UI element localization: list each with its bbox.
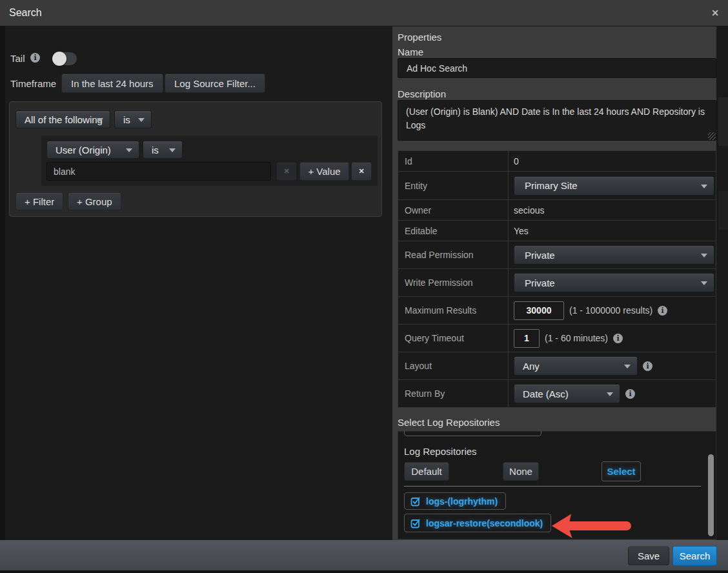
chevron-down-icon [138, 118, 145, 122]
checkbox-checked-icon [410, 518, 421, 528]
chevron-down-icon [624, 365, 631, 368]
query-timeout-info-icon[interactable]: i [613, 334, 623, 343]
chevron-down-icon [701, 281, 707, 285]
repository-label: logs-(logrhythm) [426, 496, 498, 507]
dialog-footer [0, 540, 728, 570]
owner-value: secious [514, 205, 544, 216]
checkbox-checked-icon [410, 496, 421, 507]
editable-value: Yes [514, 226, 529, 236]
entity-label: Entity [398, 172, 509, 199]
timeframe-label: Timeframe [10, 78, 56, 89]
chevron-down-icon [607, 392, 613, 396]
query-timeout-input[interactable] [514, 329, 540, 348]
table-row-entity: Entity Primary Site [398, 172, 716, 200]
chevron-down-icon [701, 185, 707, 188]
query-timeout-label: Query Timeout [398, 325, 509, 352]
description-label: Description [398, 88, 446, 99]
max-results-label: Maximum Results [398, 297, 509, 324]
scrolled-item-partial [404, 431, 541, 436]
group-condition-dropdown[interactable]: is [114, 110, 152, 128]
table-row-read-permission: Read Permission Private [398, 241, 716, 269]
table-row-id: Id 0 [398, 151, 716, 172]
id-label: Id [398, 151, 509, 171]
dialog-titlebar: Search ✕ [0, 0, 728, 26]
max-results-input[interactable] [514, 301, 564, 320]
read-permission-dropdown[interactable]: Private [514, 245, 714, 265]
repository-label: logsar-restore(secondlook) [426, 518, 543, 528]
return-by-dropdown[interactable]: Date (Asc) [514, 384, 620, 403]
properties-content: Properties Name Description (User (Origi… [392, 26, 716, 540]
name-label: Name [398, 46, 423, 57]
search-button[interactable]: Search [672, 546, 717, 566]
chevron-down-icon [97, 118, 103, 122]
description-textarea[interactable]: (User (Origin) is Blank) AND Date is In … [398, 100, 716, 141]
tail-toggle[interactable] [53, 52, 77, 65]
search-dialog: Search ✕ Tail i Timeframe In the last 24… [0, 0, 728, 573]
timeframe-button[interactable]: In the last 24 hours [61, 74, 163, 93]
return-by-label: Return By [398, 380, 509, 407]
add-group-button[interactable]: + Group [68, 192, 121, 210]
owner-label: Owner [398, 200, 509, 220]
tail-info-icon[interactable]: i [30, 53, 40, 63]
background-left-strip [0, 26, 5, 540]
filter-row-box: User (Origin) is ✕ + Value ✕ [41, 135, 378, 186]
chevron-down-icon [701, 254, 707, 257]
remove-value-button[interactable]: ✕ [276, 162, 297, 181]
background-artifact [718, 97, 728, 146]
divider [404, 486, 701, 487]
name-input[interactable] [398, 58, 716, 78]
layout-label: Layout [398, 352, 509, 379]
dialog-title: Search [9, 7, 42, 19]
table-row-editable: Editable Yes [398, 221, 716, 241]
table-row-max-results: Maximum Results (1 - 1000000 results) i [398, 297, 716, 325]
background-bottom-strip [0, 570, 728, 573]
table-row-return-by: Return By Date (Asc) i [398, 380, 716, 407]
none-button[interactable]: None [503, 462, 539, 481]
repository-checkbox-logsar-restore[interactable]: logsar-restore(secondlook) [404, 514, 551, 532]
table-row-query-timeout: Query Timeout (1 - 60 minutes) i [398, 325, 716, 352]
background-artifact [718, 191, 728, 230]
table-row-owner: Owner secious [398, 200, 716, 221]
close-icon[interactable]: ✕ [711, 8, 719, 18]
add-filter-button[interactable]: + Filter [15, 192, 63, 210]
write-permission-dropdown[interactable]: Private [514, 273, 714, 292]
entity-dropdown[interactable]: Primary Site [514, 176, 714, 196]
table-row-layout: Layout Any i [398, 352, 716, 380]
max-results-info-icon[interactable]: i [658, 306, 667, 316]
table-row-write-permission: Write Permission Private [398, 269, 716, 297]
log-source-filter-button[interactable]: Log Source Filter... [165, 74, 265, 93]
select-log-repositories-label: Select Log Repositories [398, 417, 500, 428]
properties-table: Id 0 Entity Primary Site Owner secious E… [398, 150, 716, 408]
background-right-strip [716, 26, 728, 540]
properties-header: Properties [398, 32, 441, 43]
select-button[interactable]: Select [602, 461, 641, 481]
chevron-down-icon [126, 148, 132, 152]
tail-toggle-knob [52, 52, 66, 66]
read-permission-label: Read Permission [398, 241, 509, 268]
id-value: 0 [514, 156, 519, 166]
chevron-down-icon [169, 148, 176, 152]
log-repositories-panel: Log Repositories Default None Select log… [398, 431, 716, 539]
tail-label: Tail [10, 53, 25, 64]
query-timeout-hint: (1 - 60 minutes) [545, 333, 608, 343]
filter-field-dropdown[interactable]: User (Origin) [46, 141, 139, 159]
log-repositories-header: Log Repositories [404, 446, 477, 457]
scrollbar-thumb[interactable] [708, 454, 714, 536]
save-button[interactable]: Save [628, 547, 669, 565]
remove-filter-button[interactable]: ✕ [351, 162, 372, 181]
filter-condition-dropdown[interactable]: is [143, 141, 183, 159]
layout-info-icon[interactable]: i [643, 361, 652, 371]
editable-label: Editable [398, 221, 509, 241]
group-operator-dropdown[interactable]: All of the following [15, 110, 110, 128]
default-button[interactable]: Default [404, 462, 449, 481]
filter-group-box: All of the following is User (Origin) is… [9, 101, 382, 217]
repository-checkbox-logs-logrhythm[interactable]: logs-(logrhythm) [404, 492, 506, 510]
resize-handle-icon[interactable] [708, 132, 716, 140]
return-by-info-icon[interactable]: i [625, 389, 635, 399]
add-value-button[interactable]: + Value [299, 162, 349, 181]
filter-value-input[interactable] [46, 162, 271, 181]
write-permission-label: Write Permission [398, 269, 509, 296]
max-results-hint: (1 - 1000000 results) [569, 305, 652, 316]
layout-dropdown[interactable]: Any [514, 356, 638, 376]
